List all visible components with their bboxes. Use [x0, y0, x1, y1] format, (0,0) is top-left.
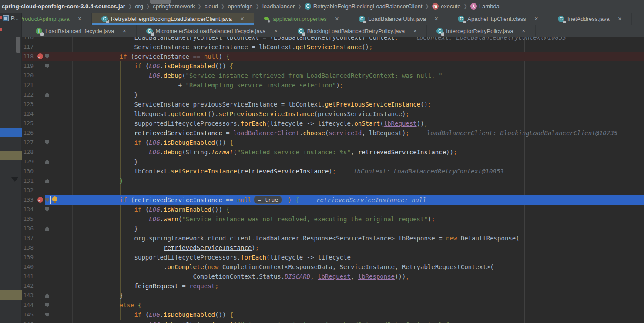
code-line-body[interactable]: org.springframework.cloud.client.loadbal…	[45, 233, 644, 243]
breadcrumb-item[interactable]: λLambda	[470, 3, 500, 10]
code-line-body[interactable]: LOG.warn("Service instance was not resol…	[45, 214, 644, 224]
tab-close-icon[interactable]: ✕	[434, 16, 438, 22]
code-editor[interactable]: 116LoadBalancedRetryContext lbContext = …	[22, 37, 644, 323]
line-number[interactable]: 122	[22, 90, 37, 100]
line-number[interactable]: 141	[22, 272, 37, 281]
code-line-body[interactable]: feignRequest = request;	[45, 281, 644, 291]
code-line-body[interactable]: .onComplete(new CompletionContext<Respon…	[45, 262, 644, 272]
fold-marker-icon[interactable]	[45, 293, 49, 298]
breadcrumb-item[interactable]: org	[135, 3, 143, 10]
fold-marker-icon[interactable]	[45, 93, 49, 97]
breadcrumb-item[interactable]: loadbalancer	[262, 3, 295, 10]
breakpoint-icon[interactable]	[37, 197, 43, 203]
code-line-body[interactable]: supportedLifecycleProcessors.forEach(lif…	[45, 119, 644, 128]
line-number[interactable]: 128	[22, 147, 37, 157]
code-line-body[interactable]: else {	[45, 300, 644, 310]
fold-marker-icon[interactable]	[45, 140, 49, 145]
tab-MicrometerStatsLoadBalancerLifecycle.java[interactable]: CMicrometerStatsLoadBalancerLifecycle.ja…	[137, 25, 288, 37]
breadcrumb-item[interactable]: springframework	[153, 3, 195, 10]
intention-bulb-icon[interactable]	[52, 196, 57, 201]
breadcrumb-item[interactable]: mexecute	[432, 3, 461, 10]
line-number[interactable]: 134	[22, 205, 37, 214]
line-number[interactable]: 132	[22, 186, 37, 195]
tab-close-icon[interactable]: ✕	[522, 28, 526, 34]
line-number[interactable]: 121	[22, 80, 37, 90]
line-number[interactable]: 137	[22, 233, 37, 243]
code-line-body[interactable]: LOG.debug(String.format("Using service i…	[45, 320, 644, 323]
code-line-body[interactable]: LOG.debug(String.format("Selected servic…	[45, 147, 644, 157]
line-number[interactable]: 140	[22, 262, 37, 272]
fold-marker-icon[interactable]	[45, 64, 49, 68]
code-line-body[interactable]: retrievedServiceInstance = loadBalancerC…	[45, 128, 644, 138]
code-line-body[interactable]: if (LOG.isDebugEnabled()) {	[45, 138, 644, 147]
breadcrumb-item[interactable]: openfeign	[228, 3, 252, 10]
code-line-body[interactable]: if (LOG.isWarnEnabled()) {	[45, 205, 644, 214]
code-line-body[interactable]: ServiceInstance previousServiceInstance …	[45, 100, 644, 109]
line-number[interactable]: 146	[22, 320, 37, 323]
line-number[interactable]: 142	[22, 281, 37, 291]
breakpoint-icon[interactable]	[37, 53, 43, 59]
line-number[interactable]: 138	[22, 243, 37, 253]
fold-marker-icon[interactable]	[45, 198, 49, 202]
fold-marker-icon[interactable]	[45, 54, 49, 59]
fold-marker-icon[interactable]	[45, 179, 49, 183]
tab-LoadBalancerLifecycle.java[interactable]: ILoadBalancerLifecycle.java✕	[26, 25, 137, 37]
breadcrumb-item[interactable]: CRetryableFeignBlockingLoadBalancerClien…	[305, 3, 423, 10]
code-line-body[interactable]: CompletionContext.Status.DISCARD, lbRequ…	[45, 272, 644, 281]
tab-BlockingLoadBalancedRetryPolicy.java[interactable]: CBlockingLoadBalancedRetryPolicy.java✕	[288, 25, 427, 37]
fold-marker-icon[interactable]	[45, 160, 49, 164]
code-line-body[interactable]: }	[45, 90, 644, 100]
fold-marker-icon[interactable]	[45, 226, 49, 231]
code-line-body[interactable]: lbContext.setServiceInstance(retrievedSe…	[45, 166, 644, 176]
code-line-body[interactable]: }	[45, 176, 644, 186]
line-number[interactable]: 130	[22, 166, 37, 176]
tab-close-icon[interactable]: ✕	[534, 16, 538, 22]
code-line-body[interactable]: retrievedServiceInstance);	[45, 243, 644, 253]
tab-InterceptorRetryPolicy.java[interactable]: CInterceptorRetryPolicy.java✕	[427, 25, 536, 37]
line-number[interactable]: 116	[22, 37, 37, 42]
code-line-body[interactable]: }	[45, 157, 644, 166]
code-line-body[interactable]: ServiceInstance serviceInstance = lbCont…	[45, 42, 644, 52]
code-line-body[interactable]: lbRequest.getContext().setPreviousServic…	[45, 109, 644, 119]
code-line-body[interactable]: if (serviceInstance == null) {	[45, 52, 644, 61]
line-number[interactable]: 126	[22, 128, 37, 138]
code-line-body[interactable]: supportedLifecycleProcessors.forEach(lif…	[45, 253, 644, 262]
fold-marker-icon[interactable]	[45, 303, 49, 307]
code-line-body[interactable]: + "Reattempting service instance selecti…	[45, 80, 644, 90]
breadcrumb-item[interactable]: spring-cloud-openfeign-core-3.0.4-source…	[2, 3, 125, 10]
tab-application.properties[interactable]: application.properties✕	[254, 13, 349, 25]
line-number[interactable]: 125	[22, 119, 37, 128]
project-tool-button[interactable]: P...	[3, 15, 19, 21]
line-number[interactable]: 127	[22, 138, 37, 147]
breadcrumb-item[interactable]: cloud	[205, 3, 218, 10]
line-number[interactable]: 131	[22, 176, 37, 186]
line-number[interactable]: 133	[22, 195, 37, 205]
line-number[interactable]: 129	[22, 157, 37, 166]
tab-close-icon[interactable]: ✕	[78, 16, 82, 22]
code-line-body[interactable]	[45, 186, 644, 195]
code-line-body[interactable]: if (retrievedServiceInstance == null= tr…	[45, 195, 644, 205]
fold-arrow-icon[interactable]	[11, 177, 18, 182]
line-number[interactable]: 124	[22, 109, 37, 119]
tab-close-icon[interactable]: ✕	[274, 28, 278, 34]
line-number[interactable]: 117	[22, 42, 37, 52]
tab-ApacheHttpClient.class[interactable]: CApacheHttpClient.class✕	[448, 13, 548, 25]
code-line-body[interactable]: }	[45, 224, 644, 233]
tab-close-icon[interactable]: ✕	[413, 28, 417, 34]
fold-marker-icon[interactable]	[45, 207, 49, 212]
line-number[interactable]: 120	[22, 71, 37, 80]
tab-LoadBalancerUtils.java[interactable]: CLoadBalancerUtils.java✕	[349, 13, 448, 25]
tab-close-icon[interactable]: ✕	[240, 16, 244, 22]
strip-scrollbar-thumb[interactable]	[16, 37, 20, 53]
tab-InetAddress.java[interactable]: CInetAddress.java✕	[548, 13, 632, 25]
code-line-body[interactable]: LoadBalancedRetryContext lbContext = (Lo…	[45, 37, 644, 42]
line-number[interactable]: 118	[22, 52, 37, 61]
tab-close-icon[interactable]: ✕	[335, 16, 339, 22]
line-number[interactable]: 135	[22, 214, 37, 224]
code-line-body[interactable]: if (LOG.isDebugEnabled()) {	[45, 61, 644, 71]
code-line-body[interactable]: if (LOG.isDebugEnabled()) {	[45, 310, 644, 320]
fold-marker-icon[interactable]	[45, 313, 49, 317]
line-number[interactable]: 144	[22, 300, 37, 310]
line-number[interactable]: 145	[22, 310, 37, 320]
line-number[interactable]: 139	[22, 253, 37, 262]
